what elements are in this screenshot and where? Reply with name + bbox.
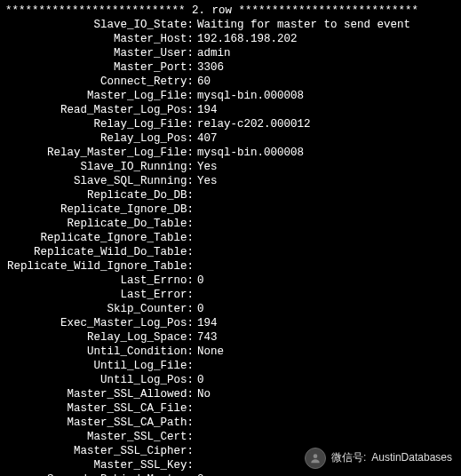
status-value: 60 [197, 75, 211, 89]
status-value: admin [197, 46, 231, 60]
status-row: Slave_IO_Running:Yes [5, 160, 456, 174]
status-value: 407 [197, 131, 218, 146]
status-row: Until_Condition:None [5, 345, 456, 359]
status-row: Relay_Log_Space:743 [5, 330, 456, 345]
status-label: Until_Log_File: [5, 359, 197, 373]
watermark-prefix: 微信号: [331, 451, 366, 464]
status-value: 0 [197, 472, 204, 476]
status-row: Last_Errno:0 [5, 274, 456, 288]
status-value: 194 [197, 103, 218, 117]
status-row: Slave_SQL_Running:Yes [5, 174, 456, 188]
status-row: Until_Log_Pos:0 [5, 373, 456, 387]
status-label: Master_SSL_Allowed: [5, 387, 197, 401]
status-label: Master_SSL_CA_Path: [5, 416, 197, 430]
status-label: Master_SSL_Cert: [5, 430, 197, 444]
status-value: Yes [197, 160, 218, 174]
status-row: Master_Host:192.168.198.202 [5, 32, 456, 46]
status-label: Until_Condition: [5, 345, 197, 359]
status-label: Read_Master_Log_Pos: [5, 103, 197, 117]
status-row: Replicate_Ignore_DB: [5, 202, 456, 217]
status-label: Master_User: [5, 46, 197, 60]
svg-point-0 [314, 454, 318, 458]
status-label: Last_Errno: [5, 274, 197, 288]
wechat-avatar-icon [305, 448, 326, 469]
status-row: Relay_Master_Log_File:mysql-bin.000008 [5, 146, 456, 160]
status-value: Yes [197, 174, 218, 188]
status-label: Master_SSL_Cipher: [5, 444, 197, 458]
status-row: Master_Log_File:mysql-bin.000008 [5, 89, 456, 103]
status-row: Seconds_Behind_Master:0 [5, 472, 456, 476]
status-label: Relay_Master_Log_File: [5, 146, 197, 160]
status-row: Master_SSL_CA_Path: [5, 416, 456, 430]
status-label: Seconds_Behind_Master: [5, 472, 197, 476]
status-label: Last_Error: [5, 288, 197, 302]
status-label: Master_SSL_CA_File: [5, 401, 197, 416]
status-label: Master_SSL_Key: [5, 458, 197, 472]
status-value: 0 [197, 373, 204, 387]
status-row: Until_Log_File: [5, 359, 456, 373]
status-value: mysql-bin.000008 [197, 89, 304, 103]
status-value: 192.168.198.202 [197, 32, 298, 46]
status-row: Replicate_Wild_Do_Table: [5, 245, 456, 259]
status-label: Replicate_Ignore_Table: [5, 231, 197, 245]
status-row: Master_User:admin [5, 46, 456, 60]
watermark: 微信号: AustinDatabases [305, 448, 452, 469]
status-label: Replicate_Do_Table: [5, 217, 197, 231]
status-label: Master_Log_File: [5, 89, 197, 103]
status-value: 3306 [197, 60, 224, 75]
status-label: Replicate_Wild_Do_Table: [5, 245, 197, 259]
status-row: Master_Port:3306 [5, 60, 456, 75]
status-row: Read_Master_Log_Pos:194 [5, 103, 456, 117]
status-row: Master_SSL_CA_File: [5, 401, 456, 416]
status-value: relay-c202.000012 [197, 117, 311, 131]
status-label: Connect_Retry: [5, 75, 197, 89]
status-label: Skip_Counter: [5, 302, 197, 316]
status-row: Replicate_Do_Table: [5, 217, 456, 231]
status-label: Slave_SQL_Running: [5, 174, 197, 188]
status-row: Skip_Counter:0 [5, 302, 456, 316]
status-label: Until_Log_Pos: [5, 373, 197, 387]
row-separator: *************************** 2. row *****… [5, 4, 456, 18]
watermark-account: AustinDatabases [371, 451, 452, 464]
status-value: 743 [197, 330, 218, 345]
status-value: 194 [197, 316, 218, 330]
status-label: Replicate_Ignore_DB: [5, 202, 197, 217]
status-row: Replicate_Wild_Ignore_Table: [5, 259, 456, 274]
status-row: Replicate_Ignore_Table: [5, 231, 456, 245]
status-row: Relay_Log_File:relay-c202.000012 [5, 117, 456, 131]
status-value: None [197, 345, 224, 359]
status-row: Master_SSL_Allowed:No [5, 387, 456, 401]
status-label: Replicate_Wild_Ignore_Table: [5, 259, 197, 274]
status-value: No [197, 387, 211, 401]
status-rows: Slave_IO_State:Waiting for master to sen… [5, 18, 456, 476]
status-row: Exec_Master_Log_Pos:194 [5, 316, 456, 330]
status-value: Waiting for master to send event [197, 18, 410, 32]
status-row: Connect_Retry:60 [5, 75, 456, 89]
status-label: Relay_Log_Pos: [5, 131, 197, 146]
status-label: Relay_Log_File: [5, 117, 197, 131]
status-value: 0 [197, 302, 204, 316]
status-label: Replicate_Do_DB: [5, 188, 197, 202]
status-label: Slave_IO_State: [5, 18, 197, 32]
status-row: Relay_Log_Pos:407 [5, 131, 456, 146]
stars-right: *************************** [232, 4, 418, 17]
status-row: Replicate_Do_DB: [5, 188, 456, 202]
status-label: Relay_Log_Space: [5, 330, 197, 345]
status-label: Master_Host: [5, 32, 197, 46]
status-value: 0 [197, 274, 204, 288]
status-row: Last_Error: [5, 288, 456, 302]
status-label: Master_Port: [5, 60, 197, 75]
status-label: Slave_IO_Running: [5, 160, 197, 174]
status-label: Exec_Master_Log_Pos: [5, 316, 197, 330]
status-row: Slave_IO_State:Waiting for master to sen… [5, 18, 456, 32]
status-row: Master_SSL_Cert: [5, 430, 456, 444]
status-value: mysql-bin.000008 [197, 146, 304, 160]
row-number: 2. row [192, 4, 232, 17]
stars-left: *************************** [5, 4, 192, 17]
